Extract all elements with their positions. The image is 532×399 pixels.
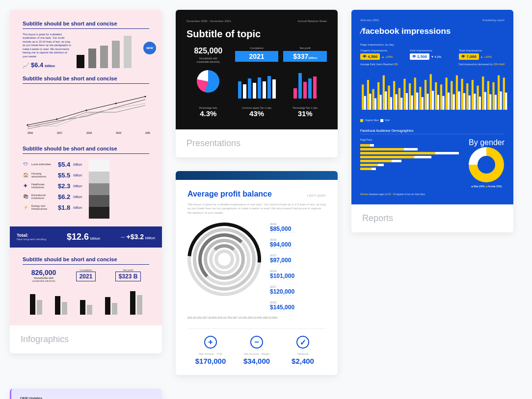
svg-rect-29 [411,96,413,110]
avg-profit-card[interactable]: Average profit balanceLast 6 years This … [176,171,338,375]
svg-rect-54 [477,86,479,110]
svg-rect-59 [489,94,491,110]
infographics-card[interactable]: Subtitle should be short and concise Thi… [10,10,162,353]
page-fans-bars: Page Fans [360,138,459,188]
stat-big: $6.4 billion [23,61,72,69]
svg-rect-64 [503,77,505,110]
svg-rect-38 [435,82,437,110]
svg-rect-30 [414,77,416,110]
svg-rect-19 [385,91,387,109]
avg-trio: +Net income - YTD$170,000 −Net income - … [187,328,326,365]
trio-stats: 826,000Households withsustainable electr… [23,269,149,282]
svg-rect-50 [466,83,468,110]
svg-rect-12 [367,80,369,110]
svg-point-1 [56,118,58,120]
impression-pills: Organic Impressions👁 4,500▲ +25% Viral I… [360,49,505,60]
plus-circle-icon: + [204,336,217,349]
reports-label: Reports [351,204,513,232]
svg-rect-16 [377,82,379,110]
demographics-title: Facebook Audience Demographics [360,129,505,134]
svg-rect-34 [425,80,426,110]
svg-rect-37 [432,91,434,110]
svg-rect-61 [495,95,497,109]
reports-body: /february 2021/marketing report /faceboo… [351,10,513,204]
svg-rect-40 [440,84,442,109]
spend-row: 🏠Housing associations$5.5billion [23,172,82,179]
svg-rect-63 [500,91,502,109]
svg-rect-35 [426,94,428,110]
line-chart-1: 20162017201820192020 [23,91,150,135]
presentations-label: Presentations [176,129,338,157]
svg-rect-25 [400,98,402,110]
house-icon: 🏠 [23,173,28,177]
svg-rect-18 [383,75,385,110]
svg-rect-11 [364,96,366,110]
subtitle-3: Subtitle should be short and concise [23,146,149,154]
template-gallery: Subtitle should be short and concise Thi… [10,10,522,399]
reports-legend: Organic likes Viral [360,119,505,122]
impressions-bar-chart [360,70,510,111]
svg-rect-55 [479,97,481,110]
svg-rect-41 [442,96,444,110]
bars-chart-1: NEW [77,33,149,68]
svg-rect-60 [492,82,494,110]
svg-rect-65 [505,93,507,110]
svg-rect-49 [463,93,465,110]
svg-text:2017: 2017 [57,131,62,134]
svg-rect-47 [458,91,460,109]
svg-rect-45 [453,94,455,110]
gender-donut-chart [469,147,504,182]
presentations-card[interactable]: November 2020 - November 2021Annual Bala… [176,10,338,157]
avg-title: Average profit balance [187,190,272,199]
plus-icon: ✚ [23,183,28,188]
svg-rect-21 [390,97,392,110]
svg-text:2016: 2016 [27,131,33,134]
svg-rect-13 [369,94,371,110]
svg-rect-44 [451,81,452,110]
svg-rect-51 [469,96,471,110]
color-swatches [89,160,109,219]
svg-rect-26 [403,79,405,110]
book-icon: 📚 [23,194,28,199]
spend-row: ⚡Energy and infrastructure$1.8billion [23,204,82,211]
svg-rect-22 [393,81,395,110]
shield-icon: 🛡 [23,162,28,167]
subtitle-4: Subtitle should be short and concise [23,256,149,265]
svg-rect-58 [487,81,489,110]
reports-footer: Women between ages of 25 - 24 appear to … [360,193,505,196]
svg-rect-10 [362,84,364,109]
spend-row: 📚Educational institutions$6.2billion [23,193,82,200]
spend-row: 🛡Local authorities$5.4billion [23,161,82,168]
rings-chart [187,223,261,296]
svg-rect-39 [437,95,439,109]
stat-unit: billion [45,64,55,68]
svg-point-2 [86,109,87,111]
svg-rect-57 [484,92,486,110]
svg-text:2020: 2020 [145,131,150,134]
svg-rect-42 [446,77,448,110]
svg-rect-52 [472,80,474,110]
new-badge-icon: NEW [143,42,156,54]
svg-rect-36 [430,74,432,110]
svg-point-0 [27,124,28,125]
svg-rect-24 [399,88,400,109]
svg-rect-23 [395,94,397,110]
svg-text:2019: 2019 [116,131,121,134]
presentation-title: Subtitle of topic [186,28,327,40]
bolt-icon: ⚡ [23,205,28,210]
year-list: 2016$85,000 2016$94,000 2017$97,000 2018… [270,223,294,311]
subtitle-2: Subtitle should be short and concise [23,75,149,84]
svg-rect-56 [482,76,484,110]
reports-card[interactable]: /february 2021/marketing report /faceboo… [351,10,513,232]
infographics-body: Subtitle should be short and concise Thi… [10,10,162,325]
check-circle-icon: ✓ [296,336,309,349]
okr-card[interactable]: OKR Updates OKR 1 Launch 5 Marketing Cam… [10,389,162,399]
total-bar: Total:New long-term lending $12.6 billio… [10,226,162,248]
svg-rect-62 [498,75,500,110]
intro-text: This layout is great for a detailed expl… [23,33,72,58]
svg-rect-27 [406,93,408,110]
svg-rect-15 [374,99,376,110]
svg-rect-31 [416,93,418,110]
svg-rect-48 [461,79,463,110]
subtitle-1: Subtitle should be short and concise [23,21,149,29]
